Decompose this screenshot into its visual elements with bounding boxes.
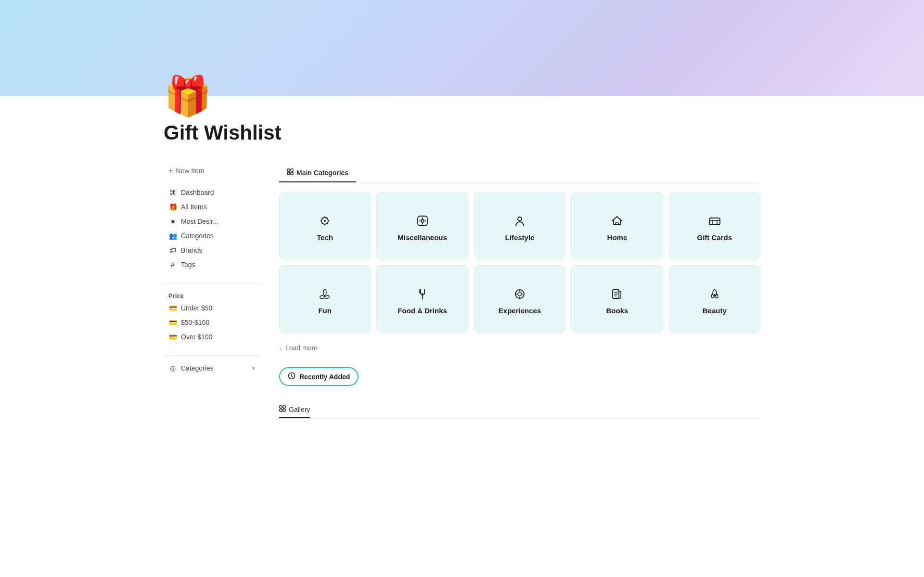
gift-icon: 🎁 bbox=[168, 203, 177, 211]
sidebar: + New Item ⌘ Dashboard 🎁 All Items ★ Mos… bbox=[164, 164, 260, 375]
sidebar-item-categories-bottom[interactable]: ◎ Categories ▾ bbox=[164, 361, 260, 375]
sidebar-item-all-items[interactable]: 🎁 All Items bbox=[164, 200, 260, 214]
svg-rect-9 bbox=[616, 223, 618, 225]
load-more-button[interactable]: ↓ Load more bbox=[279, 340, 318, 356]
category-grid: Tech Miscellaneous bbox=[279, 192, 760, 333]
sidebar-label-tags: Tags bbox=[181, 261, 195, 269]
category-card-gift-cards[interactable]: Gift Cards bbox=[669, 192, 760, 259]
fun-icon bbox=[318, 287, 332, 301]
sidebar-label-categories: Categories bbox=[181, 232, 214, 240]
svg-rect-10 bbox=[709, 218, 720, 225]
page-icon: 🎁 bbox=[164, 0, 760, 115]
new-item-label: New Item bbox=[176, 167, 204, 175]
category-card-fun[interactable]: Fun bbox=[279, 265, 371, 333]
clock-icon bbox=[288, 372, 295, 381]
hash-icon: # bbox=[168, 261, 177, 269]
books-icon bbox=[610, 287, 624, 301]
svg-point-5 bbox=[324, 220, 326, 222]
category-card-home[interactable]: Home bbox=[571, 192, 663, 259]
category-label-experiences: Experiences bbox=[499, 307, 541, 315]
experiences-icon bbox=[513, 287, 526, 301]
beauty-icon bbox=[708, 287, 721, 301]
category-label-books: Books bbox=[606, 307, 628, 315]
command-icon: ⌘ bbox=[168, 189, 177, 196]
sidebar-label-dashboard: Dashboard bbox=[181, 189, 214, 196]
sidebar-divider-2 bbox=[164, 355, 260, 356]
tag-icon: 🏷 bbox=[168, 246, 177, 254]
tech-icon bbox=[318, 214, 332, 228]
category-label-gift-cards: Gift Cards bbox=[697, 233, 732, 242]
sidebar-item-under-50[interactable]: 💳 Under $50 bbox=[164, 301, 260, 315]
category-label-miscellaneous: Miscellaneous bbox=[398, 233, 447, 242]
category-label-fun: Fun bbox=[318, 307, 332, 315]
main-layout: + New Item ⌘ Dashboard 🎁 All Items ★ Mos… bbox=[164, 164, 760, 419]
tab-gallery[interactable]: Gallery bbox=[279, 401, 310, 418]
tab-main-categories[interactable]: Main Categories bbox=[279, 164, 356, 182]
recently-added-section: Recently Added bbox=[279, 367, 760, 394]
category-card-miscellaneous[interactable]: Miscellaneous bbox=[376, 192, 468, 259]
price-label-under-50: Under $50 bbox=[181, 304, 212, 312]
price-label-50-100: $50-$100 bbox=[181, 319, 209, 326]
arrow-down-icon: ↓ bbox=[279, 344, 282, 352]
price-nav: 💳 Under $50 💳 $50-$100 💳 Over $100 bbox=[164, 301, 260, 344]
price-section-title: Price bbox=[164, 289, 260, 301]
category-card-books[interactable]: Books bbox=[571, 265, 663, 333]
category-card-experiences[interactable]: Experiences bbox=[474, 265, 565, 333]
plus-icon: + bbox=[168, 167, 173, 175]
sidebar-label-most-desired: Most Desir... bbox=[181, 218, 218, 225]
recently-added-button[interactable]: Recently Added bbox=[279, 367, 359, 386]
category-card-beauty[interactable]: Beauty bbox=[669, 265, 760, 333]
svg-rect-1 bbox=[291, 169, 293, 171]
sidebar-divider bbox=[164, 283, 260, 283]
svg-rect-15 bbox=[280, 406, 282, 408]
sidebar-nav: ⌘ Dashboard 🎁 All Items ★ Most Desir... … bbox=[164, 186, 260, 271]
svg-rect-17 bbox=[280, 409, 282, 411]
sidebar-item-tags[interactable]: # Tags bbox=[164, 258, 260, 271]
category-card-food-drinks[interactable]: Food & Drinks bbox=[376, 265, 468, 333]
category-card-tech[interactable]: Tech bbox=[279, 192, 371, 259]
grid-icon bbox=[287, 168, 294, 177]
svg-point-8 bbox=[518, 217, 522, 221]
tab-main-categories-label: Main Categories bbox=[296, 169, 348, 177]
gallery-tab-label: Gallery bbox=[289, 406, 310, 413]
category-card-lifestyle[interactable]: Lifestyle bbox=[474, 192, 565, 259]
gallery-tabs-bar: Gallery bbox=[279, 401, 760, 419]
categories-bottom-label: Categories bbox=[181, 364, 214, 372]
price-icon-2: 💳 bbox=[168, 319, 177, 326]
category-label-food-drinks: Food & Drinks bbox=[398, 307, 447, 315]
svg-point-12 bbox=[518, 292, 522, 296]
home-icon bbox=[610, 214, 624, 228]
giftcard-icon bbox=[708, 214, 721, 228]
page-title: Gift Wishlist bbox=[164, 121, 760, 144]
gallery-grid-icon bbox=[279, 405, 286, 413]
sidebar-label-all-items: All Items bbox=[181, 203, 207, 211]
new-item-button[interactable]: + New Item bbox=[164, 164, 209, 178]
price-label-over-100: Over $100 bbox=[181, 333, 212, 341]
sidebar-item-over-100[interactable]: 💳 Over $100 bbox=[164, 330, 260, 344]
sidebar-item-categories[interactable]: 👥 Categories bbox=[164, 229, 260, 243]
star-icon: ★ bbox=[168, 218, 177, 225]
svg-rect-2 bbox=[287, 172, 290, 175]
sidebar-item-dashboard[interactable]: ⌘ Dashboard bbox=[164, 186, 260, 199]
price-icon-1: 💳 bbox=[168, 304, 177, 312]
lifestyle-icon bbox=[513, 214, 526, 228]
svg-rect-3 bbox=[291, 172, 293, 175]
svg-rect-0 bbox=[287, 169, 290, 171]
tabs-bar: Main Categories bbox=[279, 164, 760, 182]
misc-icon bbox=[416, 214, 429, 228]
sidebar-item-most-desired[interactable]: ★ Most Desir... bbox=[164, 215, 260, 228]
category-label-home: Home bbox=[607, 233, 628, 242]
svg-rect-16 bbox=[283, 406, 285, 408]
price-icon-3: 💳 bbox=[168, 333, 177, 341]
food-icon bbox=[416, 287, 429, 301]
categories-icon: 👥 bbox=[168, 232, 177, 240]
chevron-down-icon: ▾ bbox=[252, 365, 255, 372]
category-label-lifestyle: Lifestyle bbox=[505, 233, 535, 242]
svg-point-7 bbox=[421, 219, 424, 222]
sidebar-item-50-100[interactable]: 💳 $50-$100 bbox=[164, 316, 260, 329]
category-label-tech: Tech bbox=[317, 233, 333, 242]
load-more-label: Load more bbox=[285, 344, 318, 352]
main-content: Main Categories Tech bbox=[279, 164, 760, 419]
sidebar-item-brands[interactable]: 🏷 Brands bbox=[164, 244, 260, 257]
svg-rect-18 bbox=[283, 409, 285, 411]
